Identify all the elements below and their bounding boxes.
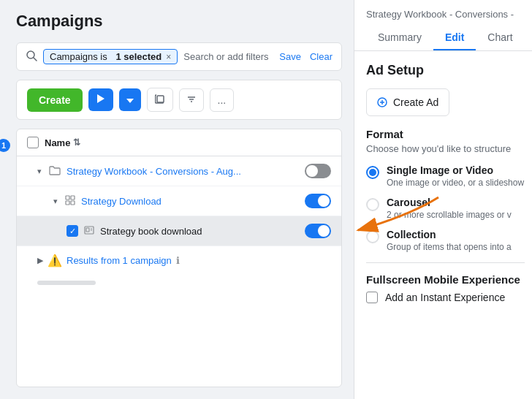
collection-label: Collection	[387, 229, 512, 240]
header-name: Name ⇅	[45, 137, 80, 148]
folder-icon	[49, 165, 61, 178]
tab-summary[interactable]: Summary	[366, 26, 433, 50]
carousel-label: Carousel	[387, 197, 512, 208]
collection-desc: Group of items that opens into a	[387, 242, 512, 252]
instant-label: Add an Instant Experience	[385, 292, 505, 303]
format-subtitle: Choose how you'd like to structure	[366, 143, 525, 154]
create-ad-label: Create Ad	[393, 96, 438, 108]
ad-icon	[84, 225, 94, 238]
svg-rect-9	[71, 196, 75, 200]
adset-name[interactable]: Strategy Download	[81, 196, 299, 207]
format-option-single-text: Single Image or Video One image or video…	[387, 164, 524, 188]
ad-checkbox[interactable]: ✓	[66, 225, 78, 237]
chevron-down-icon[interactable]: ▾	[53, 197, 58, 206]
section-divider	[366, 262, 525, 263]
list-header: Name ⇅	[17, 129, 341, 156]
toolbar: Create	[16, 80, 342, 120]
right-content: Ad Setup Create Ad Format Choose how you…	[354, 51, 532, 399]
format-option-carousel[interactable]: Carousel 2 or more scrollable images or …	[366, 197, 525, 220]
format-option-single[interactable]: Single Image or Video One image or video…	[366, 164, 525, 188]
svg-line-1	[34, 58, 37, 61]
chevron-right-icon[interactable]: ▶	[37, 256, 43, 265]
save-filter-button[interactable]: Save	[279, 51, 301, 62]
duplicate-button[interactable]	[147, 88, 173, 112]
right-tabs: Summary Edit Chart	[366, 26, 525, 50]
results-row: ▶ ⚠️ Results from 1 campaign ℹ	[17, 246, 341, 275]
results-text[interactable]: Results from 1 campaign	[66, 255, 172, 266]
format-option-carousel-text: Carousel 2 or more scrollable images or …	[387, 197, 512, 220]
filter-tag[interactable]: Campaigns is 1 selected ×	[43, 49, 178, 64]
play-dropdown-button[interactable]	[119, 88, 141, 111]
clear-filter-button[interactable]: Clear	[310, 51, 332, 62]
chevron-down-icon[interactable]: ▾	[37, 167, 42, 176]
scroll-indicator[interactable]	[37, 281, 96, 285]
page-title: Campaigns	[16, 12, 342, 31]
radio-single[interactable]	[366, 166, 379, 179]
grid-icon	[65, 195, 75, 208]
table-row[interactable]: ✓ Strategy book download	[17, 216, 341, 246]
left-panel: Campaigns Campaigns is 1 selected × Sear…	[4, 0, 354, 399]
svg-rect-10	[66, 201, 69, 205]
format-option-collection[interactable]: Collection Group of items that opens int…	[366, 229, 525, 252]
filter-actions: Save Clear	[279, 51, 332, 62]
info-icon[interactable]: ℹ	[176, 255, 180, 266]
main-container: Campaigns Campaigns is 1 selected × Sear…	[4, 0, 532, 399]
warning-icon: ⚠️	[48, 254, 62, 267]
more-options-button[interactable]: ...	[210, 88, 235, 112]
play-button[interactable]	[88, 88, 113, 111]
campaign-toggle[interactable]	[305, 164, 331, 178]
svg-marker-3	[126, 99, 134, 103]
filter-tag-bold: 1 selected	[115, 51, 162, 62]
sort-button[interactable]	[179, 88, 204, 112]
adset-toggle[interactable]	[305, 194, 331, 208]
ad-name[interactable]: Strategy book download	[100, 226, 299, 237]
create-button[interactable]: Create	[27, 88, 83, 112]
filter-remove-icon[interactable]: ×	[166, 52, 171, 62]
radio-carousel[interactable]	[366, 198, 379, 211]
search-icon	[26, 50, 37, 64]
format-title: Format	[366, 128, 525, 140]
filter-bar: Campaigns is 1 selected × Search or add …	[16, 42, 342, 71]
left-strip: 1	[0, 0, 4, 399]
right-header: Strategy Workbook - Conversions - Summar…	[354, 0, 532, 51]
svg-marker-2	[97, 94, 104, 103]
filter-bar-left: Campaigns is 1 selected × Search or add …	[26, 49, 273, 64]
create-ad-box[interactable]: Create Ad	[366, 88, 449, 116]
svg-rect-13	[86, 228, 89, 232]
ad-setup-title: Ad Setup	[366, 63, 525, 78]
table-row: ▾ Strategy Workbook - Conversions - Aug.…	[17, 156, 341, 186]
campaign-name[interactable]: Strategy Workbook - Conversions - Aug...	[66, 166, 299, 177]
svg-rect-4	[157, 96, 164, 102]
campaign-list: Name ⇅ ▾ Strategy Workbook - Conversions…	[16, 129, 342, 387]
tab-chart[interactable]: Chart	[476, 26, 524, 50]
single-desc: One image or video, or a slideshow	[387, 178, 524, 188]
tab-edit[interactable]: Edit	[433, 26, 476, 50]
name-column-label: Name	[45, 137, 70, 148]
sort-icon[interactable]: ⇅	[73, 137, 80, 148]
carousel-desc: 2 or more scrollable images or v	[387, 210, 512, 220]
filter-placeholder[interactable]: Search or add filters	[183, 51, 268, 62]
header-checkbox[interactable]	[27, 137, 39, 148]
format-option-collection-text: Collection Group of items that opens int…	[387, 229, 512, 252]
right-panel-title: Strategy Workbook - Conversions -	[366, 9, 525, 20]
svg-rect-11	[71, 201, 75, 205]
single-label: Single Image or Video	[387, 164, 524, 176]
fullscreen-title: Fullscreen Mobile Experience	[366, 273, 525, 286]
svg-rect-8	[66, 196, 69, 200]
instant-experience-option[interactable]: Add an Instant Experience	[366, 292, 525, 303]
filter-tag-text: Campaigns is	[50, 51, 107, 62]
table-row: ▾ Strategy Download	[17, 186, 341, 216]
ad-toggle[interactable]	[305, 224, 331, 238]
right-panel: Strategy Workbook - Conversions - Summar…	[354, 0, 532, 399]
instant-checkbox[interactable]	[366, 292, 378, 303]
radio-collection[interactable]	[366, 230, 379, 243]
